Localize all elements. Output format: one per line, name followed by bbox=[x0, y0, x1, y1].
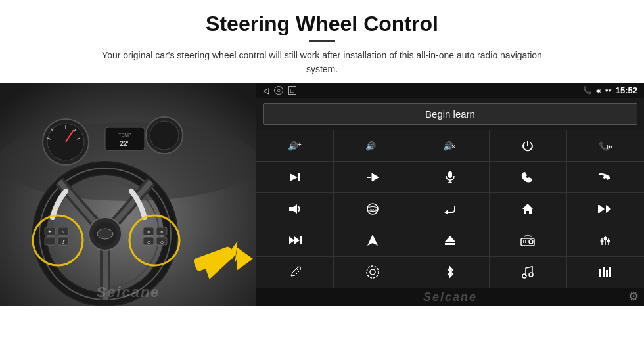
rewind-button[interactable] bbox=[567, 193, 644, 224]
next-track-button[interactable] bbox=[256, 162, 333, 192]
prev-button[interactable]: 📞 ⏮ bbox=[567, 130, 644, 161]
clock: 15:52 bbox=[616, 85, 637, 95]
page-title: Steering Wheel Control bbox=[39, 12, 605, 36]
svg-text:360°: 360° bbox=[370, 208, 379, 212]
ff-button[interactable] bbox=[334, 162, 411, 192]
nav-back-icon[interactable]: ◁ bbox=[263, 86, 269, 95]
bluetooth-button[interactable] bbox=[411, 257, 488, 288]
360-view-button[interactable]: 360° bbox=[334, 193, 411, 224]
svg-point-27 bbox=[97, 229, 113, 239]
svg-text:×: × bbox=[451, 143, 455, 150]
horn-button[interactable] bbox=[256, 193, 333, 224]
svg-rect-97 bbox=[606, 270, 608, 277]
svg-marker-60 bbox=[372, 173, 379, 181]
svg-marker-75 bbox=[294, 236, 300, 244]
svg-marker-72 bbox=[606, 205, 611, 213]
equalizer-bars-button[interactable] bbox=[567, 257, 644, 288]
page-wrapper: Steering Wheel Control Your original car… bbox=[0, 0, 644, 360]
eq-button[interactable] bbox=[567, 225, 644, 256]
svg-text:–: – bbox=[375, 141, 379, 148]
nav-button[interactable] bbox=[334, 225, 411, 256]
return-button[interactable] bbox=[411, 193, 488, 224]
svg-rect-79 bbox=[445, 243, 455, 245]
statusbar-status: 📞 ◉ ▾▾ 15:52 bbox=[583, 85, 637, 95]
fastfwd-button[interactable] bbox=[256, 225, 333, 256]
svg-point-92 bbox=[367, 266, 379, 278]
svg-marker-69 bbox=[444, 210, 448, 215]
begin-learn-button[interactable]: Begin learn bbox=[263, 103, 637, 125]
svg-rect-95 bbox=[599, 269, 601, 277]
svg-marker-77 bbox=[367, 235, 378, 246]
svg-point-11 bbox=[150, 121, 179, 150]
svg-text:+: + bbox=[298, 141, 302, 148]
svg-marker-71 bbox=[599, 205, 605, 213]
svg-text:≡: ≡ bbox=[160, 230, 163, 235]
svg-text:⏮: ⏮ bbox=[607, 143, 612, 150]
android-statusbar: ◁ ○ □ 📞 ◉ ▾▾ 15:52 bbox=[256, 83, 644, 98]
car-background: TEMP 22° bbox=[0, 83, 256, 306]
svg-line-90 bbox=[296, 269, 298, 271]
power-button[interactable] bbox=[490, 130, 566, 161]
eject-button[interactable] bbox=[411, 225, 488, 256]
pen-button[interactable] bbox=[256, 257, 333, 288]
wifi-icon: ▾▾ bbox=[605, 87, 612, 94]
call-button[interactable] bbox=[490, 162, 566, 192]
svg-point-91 bbox=[370, 269, 375, 275]
vol-down-button[interactable]: 🔊– bbox=[334, 130, 411, 161]
statusbar-nav: ◁ ○ □ bbox=[263, 86, 296, 95]
title-divider bbox=[309, 40, 335, 42]
controls-grid: 🔊+ 🔊– 🔊× 📞 ⏮ bbox=[256, 130, 644, 288]
mute-button[interactable]: 🔊× bbox=[411, 130, 488, 161]
svg-text:+: + bbox=[48, 229, 51, 235]
radio-button[interactable] bbox=[490, 225, 566, 256]
home-button[interactable] bbox=[490, 193, 566, 224]
svg-text:≈: ≈ bbox=[62, 230, 64, 235]
music-button[interactable] bbox=[490, 257, 566, 288]
svg-rect-96 bbox=[603, 267, 605, 277]
svg-text:≡: ≡ bbox=[147, 230, 150, 235]
gear-settings-button[interactable]: ⚙ bbox=[628, 289, 639, 304]
svg-text:TEMP: TEMP bbox=[118, 133, 131, 137]
steering-wheel-svg: TEMP 22° bbox=[0, 83, 256, 306]
vol-up-button[interactable]: 🔊+ bbox=[256, 130, 333, 161]
settings2-button[interactable] bbox=[334, 257, 411, 288]
svg-text:-: - bbox=[49, 238, 51, 245]
svg-point-81 bbox=[529, 240, 533, 244]
car-image-panel: TEMP 22° bbox=[0, 83, 256, 306]
svg-marker-65 bbox=[289, 204, 297, 214]
content-row: TEMP 22° bbox=[0, 83, 644, 360]
header-section: Steering Wheel Control Your original car… bbox=[0, 0, 644, 83]
subtitle: Your original car's steering wheel contr… bbox=[92, 49, 552, 76]
svg-marker-57 bbox=[290, 173, 298, 181]
mic-button[interactable] bbox=[411, 162, 488, 192]
svg-point-89 bbox=[607, 240, 610, 243]
svg-text:↺: ↺ bbox=[61, 240, 65, 244]
begin-learn-row: Begin learn bbox=[256, 98, 644, 130]
svg-marker-74 bbox=[289, 236, 294, 244]
svg-rect-80 bbox=[521, 238, 534, 246]
svg-point-87 bbox=[604, 237, 607, 240]
svg-marker-70 bbox=[522, 204, 533, 214]
bottom-bar: Seicane ⚙ bbox=[256, 288, 644, 306]
svg-marker-78 bbox=[445, 236, 455, 242]
nav-recents-icon[interactable]: □ bbox=[288, 86, 296, 95]
seicane-label: Seicane bbox=[423, 290, 477, 304]
android-panel: ◁ ○ □ 📞 ◉ ▾▾ 15:52 Begin learn bbox=[256, 83, 644, 306]
svg-point-88 bbox=[601, 240, 604, 243]
nav-home-icon[interactable]: ○ bbox=[274, 86, 283, 95]
svg-rect-62 bbox=[448, 171, 452, 178]
location-icon: ◉ bbox=[596, 87, 601, 94]
svg-text:22°: 22° bbox=[120, 140, 129, 147]
svg-rect-98 bbox=[609, 267, 611, 277]
hangup-button[interactable] bbox=[567, 162, 644, 192]
phone-status-icon: 📞 bbox=[583, 86, 592, 95]
